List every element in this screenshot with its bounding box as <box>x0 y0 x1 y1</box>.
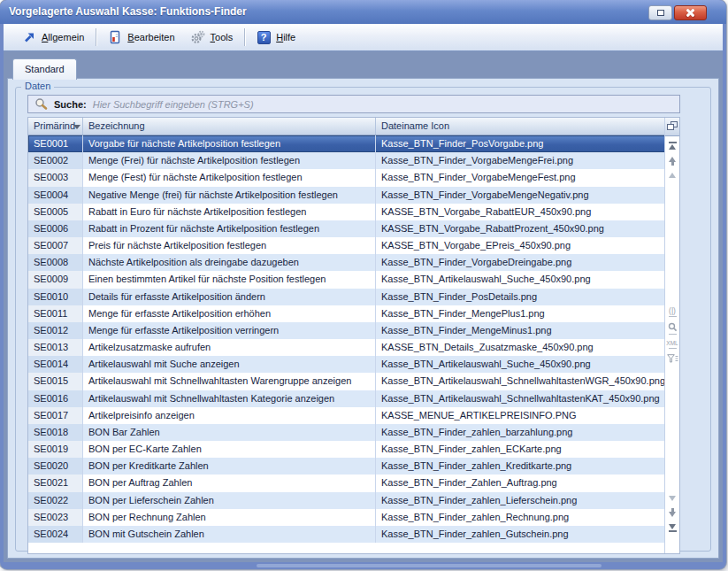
cell-primary-index: SE0014 <box>28 356 83 373</box>
table-row[interactable]: SE0014Artikelauswahl mit Suche anzeigenK… <box>28 356 665 373</box>
cell-filename: Kasse_BTN_Artikelauswahl_Schnellwahltast… <box>376 373 665 390</box>
go-last-icon[interactable] <box>669 524 677 532</box>
cell-primary-index: SE0005 <box>28 204 83 220</box>
navigator-bottom <box>665 496 679 532</box>
cell-primary-index: SE0004 <box>28 187 83 204</box>
column-header-primary-index[interactable]: Primärind <box>28 118 83 135</box>
question-mark-icon: ? <box>257 31 271 44</box>
cell-primary-index: SE0018 <box>28 424 83 441</box>
window-title: Vorgelagerte Auswahl Kasse: Funktions-Fi… <box>9 5 247 18</box>
table-row[interactable]: SE0020BON per Kreditkarte ZahlenKasse_BT… <box>28 458 665 475</box>
window-resize-grip[interactable] <box>257 564 602 567</box>
page-up-icon[interactable] <box>669 157 676 166</box>
cell-description: Artikelauswahl mit Schnellwahltasten Kat… <box>83 390 376 407</box>
table-row[interactable]: SE0024BON mit Gutschein ZahlenKasse_BTN_… <box>28 526 665 543</box>
help-icon: ? <box>257 30 271 44</box>
cell-description: Menge für erfasste Artikelposition erhöh… <box>83 305 376 322</box>
search-input[interactable]: Suche: Hier Suchbegriff eingeben (STRG+S… <box>27 95 680 113</box>
cell-description: Details für erfasste Artikelposition änd… <box>83 289 376 305</box>
row-down-icon[interactable] <box>669 496 676 501</box>
table-row[interactable]: SE0019BON per EC-Karte ZahlenKasse_BTN_F… <box>28 441 665 458</box>
restore-button[interactable] <box>648 5 672 20</box>
cell-filename: KASSE_BTN_Vorgabe_RabattEUR_450x90.png <box>376 204 665 220</box>
grid-rows: SE0001Vorgabe für nächste Artikelpositio… <box>28 135 665 543</box>
column-header-bezeichnung[interactable]: Bezeichnung <box>83 118 376 135</box>
cell-filename: Kasse_BTN_Artikelauswahl_Suche_450x90.pn… <box>376 271 665 288</box>
cell-primary-index: SE0010 <box>28 289 83 305</box>
cell-primary-index: SE0021 <box>28 475 83 491</box>
table-row[interactable]: SE0011Menge für erfasste Artikelposition… <box>28 305 665 322</box>
cell-description: BON Bar Zahlen <box>83 424 376 441</box>
table-row[interactable]: SE0005Rabatt in Euro für nächste Artikel… <box>28 204 665 220</box>
cell-description: BON per Auftrag Zahlen <box>83 475 376 491</box>
column-header-dateiname-icon[interactable]: Dateiname Icon <box>376 118 665 135</box>
close-icon <box>686 8 695 18</box>
table-row[interactable]: SE0010Details für erfasste Artikelpositi… <box>28 289 665 305</box>
table-row[interactable]: SE0007Preis für nächste Artikelposition … <box>28 237 665 254</box>
zoom-icon[interactable] <box>668 322 678 335</box>
cell-primary-index: SE0016 <box>28 390 83 407</box>
table-row[interactable]: SE0001Vorgabe für nächste Artikelpositio… <box>28 135 665 152</box>
toolbar-button-allgemein[interactable]: Allgemein <box>14 27 92 48</box>
screen: Vorgelagerte Auswahl Kasse: Funktions-Fi… <box>0 0 728 571</box>
toolbar-button-tools[interactable]: Tools <box>183 27 241 48</box>
table-row[interactable]: SE0012Menge für erfasste Artikelposition… <box>28 322 665 339</box>
cell-filename: Kasse_BTN_Finder_zahlen_Gutschein.png <box>376 526 665 543</box>
restore-icon <box>657 10 664 16</box>
search-label: Suche: <box>54 99 87 110</box>
cell-brackets-icon[interactable]: (|) <box>669 307 677 317</box>
tab-panel: Daten Suche: Hier Suchbegriff eingeben (… <box>7 78 719 559</box>
cell-filename: Kasse_BTN_Finder_VorgabeMengeFrei.png <box>376 152 665 169</box>
row-up-icon[interactable] <box>669 173 676 178</box>
table-row[interactable]: SE0016Artikelauswahl mit Schnellwahltast… <box>28 390 665 407</box>
arrow-up-right-icon <box>22 30 36 44</box>
cell-description: Artikelpreisinfo anzeigen <box>83 407 376 424</box>
cell-description: Menge (Fest) für nächste Artikelposition… <box>83 169 376 186</box>
cell-description: Artikelauswahl mit Suche anzeigen <box>83 356 376 373</box>
navigator-top <box>665 142 679 178</box>
table-row[interactable]: SE0021BON per Auftrag ZahlenKasse_BTN_Fi… <box>28 475 665 491</box>
window-body: AllgemeinBearbeitenTools?Hilfe Standard … <box>4 24 723 562</box>
table-row[interactable]: SE0002Menge (Frei) für nächste Artikelpo… <box>28 152 665 169</box>
toolbar-button-label: Allgemein <box>42 32 84 42</box>
table-row[interactable]: SE0022BON per Lieferschein ZahlenKasse_B… <box>28 492 665 509</box>
cell-primary-index: SE0006 <box>28 220 83 237</box>
table-row[interactable]: SE0006Rabatt in Prozent für nächste Arti… <box>28 220 665 237</box>
table-row[interactable]: SE0008Nächste Artikelposition als dreing… <box>28 254 665 271</box>
table-row[interactable]: SE0003Menge (Fest) für nächste Artikelpo… <box>28 169 665 186</box>
cell-description: Rabatt in Prozent für nächste Artikelpos… <box>83 220 376 237</box>
page-down-icon[interactable] <box>669 508 676 517</box>
data-grid: Primärind Bezeichnung Dateiname Icon SE0… <box>27 117 680 554</box>
cell-primary-index: SE0007 <box>28 237 83 254</box>
xml-icon[interactable]: XML <box>666 340 678 349</box>
cell-filename: Kasse_BTN_Finder_VorgabeMengeNegativ.png <box>376 187 665 204</box>
table-row[interactable]: SE0013Artikelzusatzmaske aufrufenKASSE_B… <box>28 339 665 356</box>
table-row[interactable]: SE0023BON per Rechnung ZahlenKasse_BTN_F… <box>28 509 665 526</box>
toolbar-button-label: Tools <box>211 32 234 42</box>
toolbar-button-bearbeiten[interactable]: Bearbeiten <box>100 27 182 48</box>
client-area: Standard Daten Suche: Hi <box>4 52 723 562</box>
go-first-icon[interactable] <box>669 142 677 150</box>
tab-standard[interactable]: Standard <box>12 58 77 80</box>
cell-description: BON mit Gutschein Zahlen <box>83 526 376 543</box>
table-row[interactable]: SE0015Artikelauswahl mit Schnellwahltast… <box>28 373 665 390</box>
toolbar-separator <box>244 28 245 46</box>
toolbar-button-hilfe[interactable]: ?Hilfe <box>249 27 303 48</box>
close-button[interactable] <box>674 5 707 20</box>
cell-primary-index: SE0015 <box>28 373 83 390</box>
document-icon <box>108 30 122 44</box>
cell-primary-index: SE0020 <box>28 458 83 475</box>
table-row[interactable]: SE0009Einen bestimmten Artikel für nächs… <box>28 271 665 288</box>
column-chooser-button[interactable] <box>665 118 679 136</box>
cell-primary-index: SE0012 <box>28 322 83 339</box>
cell-description: Negative Menge (frei) für nächste Artike… <box>83 187 376 204</box>
table-row[interactable]: SE0018BON Bar ZahlenKasse_BTN_Finder_zah… <box>28 424 665 441</box>
cell-filename: Kasse_BTN_Finder_VorgabeMengeFest.png <box>376 169 665 186</box>
toolbar-separator <box>96 28 96 46</box>
table-row[interactable]: SE0017Artikelpreisinfo anzeigenKASSE_MEN… <box>28 407 665 424</box>
filter-icon[interactable] <box>667 354 678 364</box>
titlebar[interactable]: Vorgelagerte Auswahl Kasse: Funktions-Fi… <box>0 0 726 24</box>
table-row[interactable]: SE0004Negative Menge (frei) für nächste … <box>28 187 665 204</box>
sort-indicator-icon <box>73 125 80 129</box>
grid-navigator: (|)XML <box>664 118 679 553</box>
